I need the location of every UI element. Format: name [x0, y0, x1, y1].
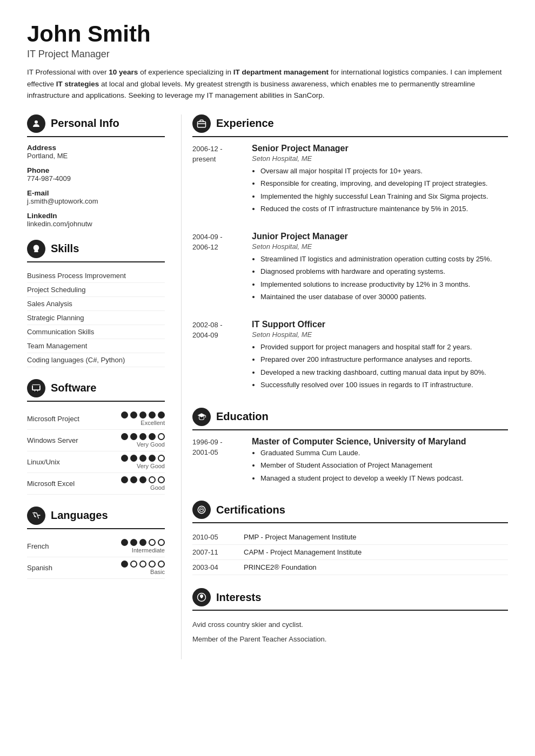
software-item: Microsoft Project Excellent — [27, 408, 165, 430]
skill-item: Business Process Improvement — [27, 269, 165, 283]
left-column: Personal Info Address Portland, ME Phone… — [27, 114, 181, 660]
dot — [149, 539, 156, 546]
interest-item: Avid cross country skier and cyclist. — [192, 617, 508, 632]
interests-section: Interests Avid cross country skier and c… — [192, 588, 508, 646]
linkedin-value: linkedin.com/johnutw — [27, 220, 165, 228]
cert-date: 2010-05 — [192, 533, 233, 541]
software-name: Microsoft Project — [27, 415, 79, 423]
edu-bullets: Graduated Summa Cum Laude. Member of Stu… — [252, 448, 508, 484]
dot — [121, 411, 128, 418]
dot — [139, 433, 146, 440]
dots-row — [121, 455, 165, 462]
language-name: French — [27, 542, 49, 550]
dots-row — [121, 433, 165, 440]
exp-org: Seton Hospital, ME — [252, 154, 508, 163]
rating-label: Good — [150, 484, 165, 491]
phone-value: 774-987-4009 — [27, 174, 165, 183]
skill-item: Strategic Planning — [27, 311, 165, 325]
certifications-icon — [192, 501, 211, 519]
skill-item: Project Scheduling — [27, 283, 165, 297]
software-name: Microsoft Excel — [27, 480, 75, 488]
bullet: Reduced the costs of IT infrastructure m… — [260, 204, 508, 214]
language-name: Spanish — [27, 564, 52, 572]
exp-org: Seton Hospital, ME — [252, 242, 508, 251]
skills-title: Skills — [51, 242, 79, 255]
bullet: Implemented the highly successful Lean T… — [260, 191, 508, 202]
edu-degree: Master of Computer Science, University o… — [252, 437, 508, 447]
languages-title: Languages — [51, 509, 108, 522]
personal-info-list: Address Portland, ME Phone 774-987-4009 … — [27, 144, 165, 228]
dot — [158, 455, 165, 462]
dot — [158, 411, 165, 418]
certifications-header: Certifications — [192, 501, 508, 523]
dot — [139, 561, 146, 568]
experience-icon — [192, 114, 211, 133]
address-item: Address Portland, ME — [27, 144, 165, 160]
skill-item: Coding languages (C#, Python) — [27, 353, 165, 367]
exp-dates: 2004-09 - 2006-12 — [192, 232, 241, 305]
dots-row — [121, 411, 165, 418]
software-rating: Very Good — [121, 433, 165, 448]
exp-content: Senior Project Manager Seton Hospital, M… — [252, 144, 508, 217]
svg-rect-4 — [198, 122, 206, 127]
edu-content: Master of Computer Science, University o… — [252, 437, 508, 486]
cert-name: CAPM - Project Management Institute — [244, 548, 362, 556]
bullet: Streamlined IT logistics and administrat… — [260, 254, 508, 265]
dot — [158, 561, 165, 568]
dot — [149, 411, 156, 418]
software-item: Microsoft Excel Good — [27, 473, 165, 495]
dot — [130, 561, 137, 568]
edu-dates: 1996-09 - 2001-05 — [192, 437, 241, 486]
bullet: Developed a new tracking dashboard, cutt… — [260, 367, 508, 378]
personal-info-title: Personal Info — [51, 117, 119, 130]
exp-org: Seton Hospital, ME — [252, 330, 508, 339]
dot — [139, 539, 146, 546]
bullet: Diagnosed problems with hardware and ope… — [260, 266, 508, 277]
experience-header: Experience — [192, 114, 508, 137]
phone-item: Phone 774-987-4009 — [27, 166, 165, 183]
summary-text: IT Professional with over 10 years of ex… — [27, 66, 508, 102]
software-item: Windows Server Very Good — [27, 430, 165, 451]
dot — [149, 433, 156, 440]
cert-item: 2003-04 PRINCE2® Foundation — [192, 560, 508, 575]
dot — [149, 455, 156, 462]
dot — [130, 433, 137, 440]
svg-point-0 — [35, 120, 38, 124]
experience-section: Experience 2006-12 - present Senior Proj… — [192, 114, 508, 393]
exp-item: 2004-09 - 2006-12 Junior Project Manager… — [192, 232, 508, 305]
rating-label: Very Good — [137, 441, 165, 448]
svg-rect-3 — [33, 386, 39, 390]
software-item: Linux/Unix Very Good — [27, 451, 165, 473]
dot — [121, 561, 128, 568]
dot — [149, 476, 156, 483]
skill-item: Communication Skills — [27, 325, 165, 339]
exp-dates: 2002-08 - 2004-09 — [192, 320, 241, 393]
skills-list: Business Process Improvement Project Sch… — [27, 269, 165, 367]
email-value: j.smith@uptowork.com — [27, 197, 165, 205]
software-title: Software — [51, 382, 96, 394]
languages-header: Languages — [27, 507, 165, 529]
address-label: Address — [27, 144, 165, 152]
cert-name: PRINCE2® Foundation — [244, 563, 317, 571]
dot — [121, 476, 128, 483]
software-name: Windows Server — [27, 436, 78, 444]
software-icon — [27, 379, 45, 397]
interests-title: Interests — [216, 591, 261, 604]
cert-item: 2010-05 PMP - Project Management Institu… — [192, 530, 508, 545]
education-icon — [192, 408, 211, 426]
interests-header: Interests — [192, 588, 508, 611]
exp-content: IT Support Officer Seton Hospital, ME Pr… — [252, 320, 508, 393]
skills-section: Skills Business Process Improvement Proj… — [27, 240, 165, 367]
dot — [130, 476, 137, 483]
personal-info-header: Personal Info — [27, 114, 165, 137]
education-header: Education — [192, 408, 508, 430]
dot — [139, 476, 146, 483]
exp-item: 2006-12 - present Senior Project Manager… — [192, 144, 508, 217]
dot — [121, 539, 128, 546]
dot — [130, 455, 137, 462]
bullet: Oversaw all major hospital IT projects f… — [260, 166, 508, 177]
rating-label: Intermediate — [132, 547, 165, 554]
exp-bullets: Oversaw all major hospital IT projects f… — [252, 166, 508, 214]
language-rating: Basic — [121, 561, 165, 575]
skill-item: Team Management — [27, 339, 165, 353]
